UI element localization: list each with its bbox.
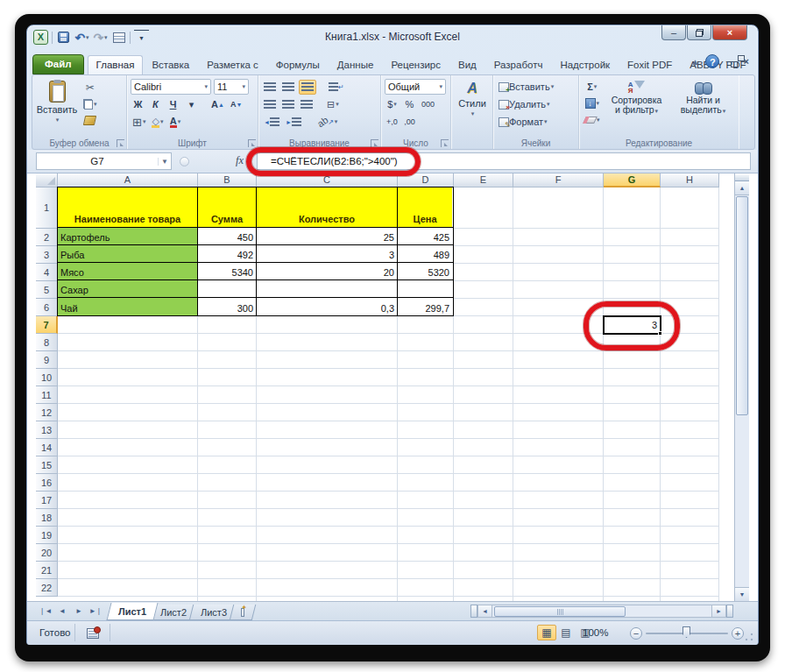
formula-bar-options[interactable]	[180, 157, 189, 166]
first-sheet-button[interactable]: ❘◄	[38, 605, 53, 619]
cell-A2[interactable]: Картофель	[58, 228, 198, 244]
grow-font-button[interactable]: А▲	[209, 97, 226, 112]
italic-button[interactable]: К	[148, 97, 163, 112]
cell-C1[interactable]: Количество	[257, 187, 398, 227]
row-header-13[interactable]: 13	[36, 421, 58, 439]
ribbon-tab-Foxit PDF[interactable]: Foxit PDF	[619, 55, 681, 74]
cell-C2[interactable]: 25	[257, 228, 398, 244]
name-box[interactable]: G7 ▼	[36, 152, 172, 170]
row-header-1[interactable]: 1	[36, 187, 58, 229]
copy-button[interactable]: ▾	[81, 96, 99, 111]
dialog-launcher-icon[interactable]	[441, 139, 449, 147]
styles-button[interactable]: А Стили ▾	[455, 78, 490, 134]
column-header-A[interactable]: A	[58, 173, 198, 187]
ribbon-tab-Рецензирс[interactable]: Рецензирс	[382, 55, 449, 74]
row-header-11[interactable]: 11	[36, 386, 58, 404]
ribbon-tab-Вставка[interactable]: Вставка	[143, 55, 198, 74]
tab-split-handle[interactable]	[470, 605, 477, 618]
dialog-launcher-icon[interactable]	[371, 139, 378, 147]
row-header-22[interactable]: 22	[36, 579, 58, 597]
align-right-button[interactable]	[299, 97, 315, 112]
cell-C5[interactable]	[257, 280, 398, 297]
ribbon-tab-Разметка с[interactable]: Разметка с	[198, 55, 267, 74]
close-button[interactable]: ×	[712, 25, 747, 40]
row-header-19[interactable]: 19	[36, 527, 58, 544]
shrink-font-button[interactable]: А▼	[229, 97, 244, 112]
horizontal-scroll-thumb[interactable]	[494, 606, 626, 617]
merge-center-button[interactable]: ⊟▾	[325, 97, 341, 112]
column-header-H[interactable]: H	[661, 173, 719, 187]
fill-button[interactable]: ↓▾	[583, 95, 602, 110]
cell-D6[interactable]: 299,7	[398, 298, 452, 315]
percent-button[interactable]: %	[402, 97, 417, 112]
horizontal-scroll-track[interactable]	[492, 605, 711, 618]
cell-A1[interactable]: Наименование товара	[58, 187, 198, 227]
split-handle[interactable]	[726, 605, 733, 618]
ribbon-tab-Данные[interactable]: Данные	[329, 55, 383, 74]
page-layout-view-button[interactable]: ▤	[556, 625, 576, 640]
collapse-ribbon-icon[interactable]: ▲	[691, 57, 700, 67]
cell-B3[interactable]: 492	[198, 245, 257, 262]
align-top-button[interactable]	[262, 80, 278, 95]
next-sheet-button[interactable]: ►	[71, 605, 87, 619]
cell-A5[interactable]: Сахар	[58, 280, 198, 297]
cell-D2[interactable]: 425	[398, 228, 452, 244]
increase-indent-button[interactable]: ►	[284, 115, 303, 130]
cell-D1[interactable]: Цена	[398, 187, 452, 227]
number-format-combo[interactable]: Общий▾	[385, 79, 446, 95]
scroll-up-icon[interactable]: ▲	[735, 181, 749, 195]
zoom-in-button[interactable]: +	[732, 627, 744, 640]
cell-B1[interactable]: Сумма	[198, 187, 257, 227]
cell-A4[interactable]: Мясо	[58, 263, 198, 279]
ribbon-tab-Вид[interactable]: Вид	[449, 55, 485, 74]
paste-button[interactable]: Вставить ▾	[36, 78, 78, 134]
prev-sheet-button[interactable]: ◄	[54, 605, 70, 619]
row-header-15[interactable]: 15	[36, 456, 58, 474]
clear-button[interactable]: ▾	[583, 112, 602, 127]
decrease-decimal-button[interactable]: ,00	[402, 115, 417, 130]
row-header-5[interactable]: 5	[36, 281, 58, 299]
chevron-down-icon[interactable]: ▼	[158, 158, 171, 166]
font-color-button[interactable]: А▾	[167, 115, 182, 130]
bold-button[interactable]: Ж	[131, 97, 145, 112]
column-header-E[interactable]: E	[454, 173, 513, 187]
increase-decimal-button[interactable]: +,0	[385, 115, 400, 130]
orientation-button[interactable]: ab↗▾	[315, 115, 339, 130]
cell-D4[interactable]: 5320	[398, 263, 452, 279]
resize-grip[interactable]	[744, 632, 754, 642]
cell-B6[interactable]: 300	[198, 298, 257, 315]
row-header-8[interactable]: 8	[36, 334, 58, 351]
fill-color-button[interactable]: ◇▾	[150, 115, 165, 130]
column-header-B[interactable]: B	[198, 173, 257, 187]
insert-cells-button[interactable]: Вставить▾	[497, 80, 555, 95]
scroll-down-icon[interactable]: ▼	[735, 587, 749, 601]
ribbon-tab-Главная[interactable]: Главная	[88, 55, 144, 74]
font-family-combo[interactable]: Calibri▾	[131, 79, 211, 95]
align-middle-button[interactable]	[280, 80, 296, 95]
dialog-launcher-icon[interactable]	[117, 139, 124, 147]
cut-button[interactable]: ✂	[81, 80, 99, 95]
insert-worksheet-tab[interactable]	[230, 605, 256, 620]
row-header-18[interactable]: 18	[36, 509, 58, 527]
row-header-4[interactable]: 4	[36, 264, 58, 281]
cell-C4[interactable]: 20	[257, 263, 398, 279]
cell-B2[interactable]: 450	[198, 228, 257, 244]
underline-button[interactable]: Ч	[166, 97, 180, 112]
last-sheet-button[interactable]: ►❘	[88, 605, 103, 619]
ribbon-tab-Разработч[interactable]: Разработч	[485, 55, 552, 74]
row-header-20[interactable]: 20	[36, 544, 58, 562]
format-cells-button[interactable]: Формат▾	[497, 115, 549, 130]
underline-options-icon[interactable]: ▾	[184, 97, 199, 112]
fx-icon[interactable]: fx	[236, 154, 244, 167]
zoom-out-button[interactable]: −	[630, 627, 642, 640]
cell-C3[interactable]: 3	[257, 245, 398, 262]
ribbon-tab-Надстройк[interactable]: Надстройк	[551, 55, 619, 74]
row-header-3[interactable]: 3	[36, 246, 58, 264]
sheet-tab-Лист1[interactable]: Лист1	[107, 603, 159, 620]
cell-D3[interactable]: 489	[398, 245, 452, 262]
scroll-right-icon[interactable]: ►	[711, 605, 726, 618]
format-painter-button[interactable]	[81, 113, 99, 128]
row-header-21[interactable]: 21	[36, 562, 58, 579]
cell-C6[interactable]: 0,3	[257, 298, 398, 315]
split-handle[interactable]	[735, 173, 749, 181]
